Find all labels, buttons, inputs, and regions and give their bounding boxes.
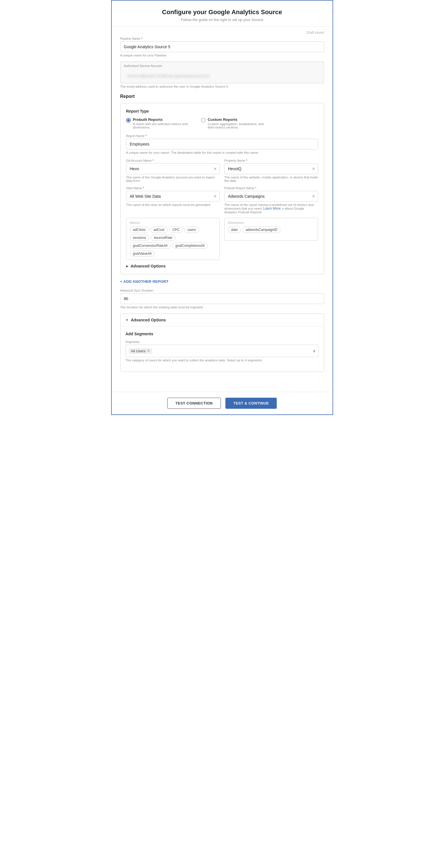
prebuilt-report-hint: The name of the report having a predefin… — [224, 203, 318, 214]
test-and-continue-button[interactable]: TEST & CONTINUE — [225, 398, 277, 409]
prebuilt-report-clear-btn[interactable]: ✕ — [312, 194, 315, 198]
report-name-input[interactable] — [126, 139, 318, 150]
metric-tag-goalconversionrateall: goalConversionRateAll — [130, 243, 171, 249]
metric-tag-users: users — [184, 227, 199, 233]
footer-bar: TEST CONNECTION TEST & CONTINUE — [112, 392, 332, 414]
pipeline-name-label: Pipeline Name * — [120, 37, 324, 40]
prebuilt-reports-option[interactable]: Prebuilt Reports A report with pre-selec… — [126, 118, 190, 129]
property-name-hint: The name of the website, mobile applicat… — [224, 176, 318, 182]
service-account-label: Authorised Service Account — [121, 62, 324, 67]
metrics-tags-list: adClicks adCost CPC users sessions bounc… — [130, 227, 216, 257]
add-another-report-btn[interactable]: + ADD ANOTHER REPORT — [120, 279, 324, 284]
property-name-clear-btn[interactable]: ✕ — [312, 167, 315, 171]
report-name-label: Report Name * — [126, 134, 318, 137]
dimensions-box: Dimensions date adwordsCampaignID — [224, 218, 318, 241]
report-card: Report Type Prebuilt Reports A report wi… — [120, 103, 324, 274]
metric-tag-goalvalueall: goalValueAll — [130, 250, 155, 257]
metric-tag-adcost: adCost — [151, 227, 167, 233]
service-account-hint: The email address used to authorize the … — [120, 85, 324, 88]
advanced-panel-header[interactable]: ▼ Advanced Options — [121, 314, 324, 326]
pipeline-name-hint: A unique name for your Pipeline — [120, 54, 324, 57]
draft-saved-status: Draft saved — [120, 31, 324, 35]
metric-tag-bouncerate: bounceRate — [151, 235, 176, 241]
metrics-box: Metrics adClicks adCost CPC users sessio… — [126, 218, 220, 260]
segments-field[interactable]: All Users ✕ ∨ — [126, 345, 319, 357]
report-type-label: Report Type — [126, 109, 318, 114]
page-subtitle: Follow the guide on the right to set up … — [112, 18, 332, 22]
ga-account-input[interactable] — [126, 163, 220, 174]
custom-reports-option[interactable]: Custom Reports Custom aggregation, break… — [201, 118, 264, 129]
dimensions-label: Dimensions — [228, 221, 314, 224]
advanced-panel-label: Advanced Options — [131, 318, 166, 322]
ga-account-hint: The name of the Google Analytics account… — [126, 176, 220, 182]
external-link-icon: ↗ — [282, 207, 284, 210]
metric-tag-sessions: sessions — [130, 235, 150, 241]
learn-more-link[interactable]: Learn More ↗ — [263, 207, 284, 211]
advanced-options-arrow-icon: ▶ — [126, 265, 128, 268]
view-name-input[interactable] — [126, 191, 220, 202]
report-type-row: Prebuilt Reports A report with pre-selec… — [126, 118, 318, 129]
service-account-value: servicex@project-12345.iam.gserviceaccou… — [124, 71, 320, 80]
prebuilt-radio-label: Prebuilt Reports — [133, 118, 190, 122]
add-segments-title: Add Segments — [126, 332, 319, 336]
prebuilt-radio-desc: A report with pre-selected metrics and d… — [133, 122, 190, 129]
property-name-label: Property Name * — [224, 159, 318, 162]
historical-sync-label: Historical Sync Duration — [120, 289, 324, 292]
prebuilt-radio-btn[interactable] — [126, 118, 131, 123]
view-name-label: View Name * — [126, 186, 220, 190]
ga-account-clear-btn[interactable]: ✕ — [214, 167, 217, 171]
view-name-clear-btn[interactable]: ✕ — [214, 194, 217, 198]
segment-tag-label: All Users — [131, 349, 146, 353]
metric-tag-adclicks: adClicks — [130, 227, 149, 233]
segment-tag-remove-btn[interactable]: ✕ — [147, 349, 150, 353]
custom-radio-desc: Custom aggregation, breakdowns, and fiel… — [208, 122, 264, 129]
property-name-input[interactable] — [224, 163, 318, 174]
advanced-options-toggle[interactable]: ▶ Advanced Options — [126, 260, 318, 268]
advanced-panel-arrow-icon: ▼ — [126, 318, 129, 322]
prebuilt-report-name-label: Prebuilt Report Name * — [224, 186, 318, 190]
dimension-tag-adwordscampaignid: adwordsCampaignID — [243, 227, 280, 233]
segments-dropdown-arrow-icon[interactable]: ∨ — [313, 349, 316, 353]
dimensions-tags-list: date adwordsCampaignID — [228, 227, 314, 233]
prebuilt-report-name-input[interactable] — [224, 191, 318, 202]
advanced-panel-body: Add Segments Segments All Users ✕ ∨ The … — [121, 326, 324, 372]
ga-account-label: GA Account Name * — [126, 159, 220, 162]
historical-sync-hint: The duration for which the existing data… — [120, 306, 324, 309]
advanced-options-panel: ▼ Advanced Options Add Segments Segments… — [120, 313, 324, 372]
segments-label: Segments — [126, 340, 319, 343]
test-connection-button[interactable]: TEST CONNECTION — [167, 398, 221, 409]
metric-tag-cpc: CPC — [169, 227, 183, 233]
metrics-label: Metrics — [130, 221, 216, 224]
page-title: Configure your Google Analytics Source — [112, 8, 332, 16]
metric-tag-goalcompletionsall: goalCompletionsAll — [172, 243, 208, 249]
segments-hint: The category of users for which you want… — [126, 359, 319, 362]
view-name-hint: The name of the view on which reports mu… — [126, 203, 220, 207]
custom-radio-label: Custom Reports — [208, 118, 264, 122]
report-section-title: Report — [120, 94, 324, 99]
pipeline-name-input[interactable] — [120, 41, 324, 52]
report-name-hint: A unique name for your report. The desti… — [126, 151, 318, 154]
advanced-options-label: Advanced Options — [131, 264, 166, 268]
dimension-tag-date: date — [228, 227, 241, 233]
all-users-segment-tag: All Users ✕ — [129, 348, 152, 354]
historical-sync-input[interactable] — [120, 293, 324, 304]
custom-radio-btn[interactable] — [201, 118, 205, 123]
